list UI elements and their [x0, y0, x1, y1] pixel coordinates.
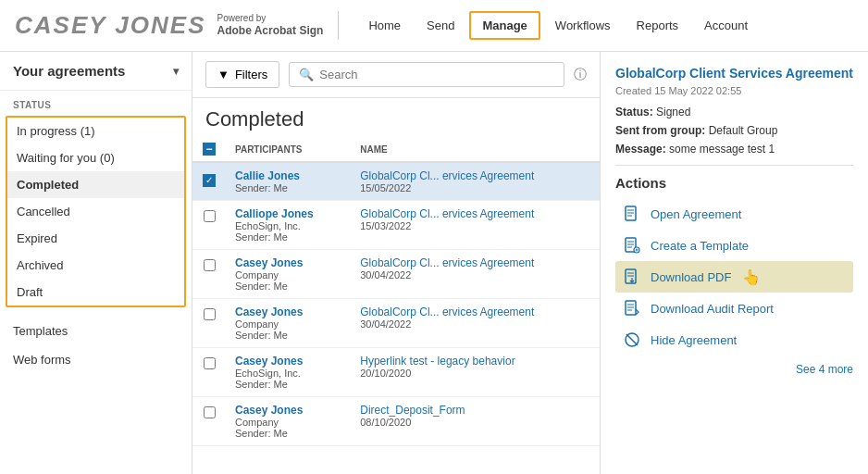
- filter-button[interactable]: ▼ Filters: [205, 61, 279, 88]
- row-participant: Callie JonesSender: Me: [226, 162, 351, 201]
- row-checkbox[interactable]: [204, 259, 216, 271]
- agreement-name[interactable]: GlobalCorp Cl... ervices Agreement: [360, 256, 590, 269]
- powered-by: Powered by Adobe Acrobat Sign: [217, 12, 323, 39]
- sidebar-item-expired[interactable]: Expired: [7, 225, 184, 252]
- row-participant: Calliope JonesEchoSign, Inc.Sender: Me: [226, 201, 351, 250]
- action-download-audit[interactable]: Download Audit Report: [615, 293, 853, 324]
- participant-name: Calliope Jones: [235, 207, 341, 220]
- table-row[interactable]: Casey JonesCompanySender: MeGlobalCorp C…: [192, 250, 600, 299]
- row-checkbox-cell: [192, 299, 226, 348]
- row-checkbox-cell: [192, 348, 226, 397]
- sidebar-section-header: Your agreements: [13, 63, 125, 79]
- nav-send[interactable]: Send: [415, 13, 465, 38]
- row-checkbox[interactable]: [204, 357, 216, 369]
- status-section-label: STATUS: [0, 91, 192, 114]
- nav-workflows[interactable]: Workflows: [544, 13, 622, 38]
- action-hide-agreement[interactable]: Hide Agreement: [615, 324, 853, 356]
- select-all-checkbox[interactable]: −: [203, 143, 216, 156]
- panel-divider: [615, 165, 853, 166]
- agreement-name[interactable]: Hyperlink test - legacy behavior: [360, 355, 590, 368]
- participant-sub: Company: [235, 417, 341, 428]
- action-download-pdf[interactable]: Download PDF 👆: [615, 261, 853, 293]
- logo: CASEY JONES: [15, 11, 205, 40]
- create-template-icon: [623, 236, 641, 255]
- logo-area: CASEY JONES Powered by Adobe Acrobat Sig…: [15, 11, 339, 40]
- panel-status: Status: Signed: [615, 106, 853, 118]
- row-participant: Casey JonesCompanySender: Me: [226, 250, 351, 299]
- participant-name: Casey Jones: [235, 306, 341, 318]
- main-layout: Your agreements ▾ STATUS In progress (1)…: [0, 52, 868, 474]
- action-hide-agreement-label: Hide Agreement: [651, 333, 737, 347]
- row-participant: Casey JonesEchoSign, Inc.Sender: Me: [226, 348, 351, 397]
- row-checkbox-cell: ✓: [192, 162, 226, 201]
- panel-message: Message: some message test 1: [615, 143, 853, 156]
- participant-name: Casey Jones: [235, 355, 341, 368]
- sidebar-item-templates[interactable]: Templates: [0, 317, 192, 345]
- agreements-table: − Participants Name ✓Callie JonesSender:…: [192, 137, 600, 446]
- table-row[interactable]: ✓Callie JonesSender: MeGlobalCorp Cl... …: [192, 162, 600, 201]
- agreements-table-area: − Participants Name ✓Callie JonesSender:…: [192, 137, 600, 474]
- agreement-name[interactable]: GlobalCorp Cl... ervices Agreement: [360, 207, 590, 220]
- action-open-agreement[interactable]: Open Agreement: [615, 198, 853, 230]
- agreement-name[interactable]: GlobalCorp Cl... ervices Agreement: [360, 169, 590, 182]
- row-agreement: GlobalCorp Cl... ervices Agreement30/04/…: [351, 299, 600, 348]
- col-participants: Participants: [226, 137, 351, 162]
- sidebar-item-draft[interactable]: Draft: [7, 279, 184, 306]
- nav-account[interactable]: Account: [693, 13, 759, 38]
- sidebar-item-archived[interactable]: Archived: [7, 252, 184, 279]
- row-agreement: Direct_Deposit_Form08/10/2020: [351, 397, 600, 446]
- row-agreement: GlobalCorp Cl... ervices Agreement15/03/…: [351, 201, 600, 250]
- participant-sub: Sender: Me: [235, 379, 341, 390]
- content-toolbar: ▼ Filters 🔍 ⓘ: [192, 52, 600, 98]
- panel-sent-from: Sent from group: Default Group: [615, 124, 853, 137]
- participant-sub: EchoSign, Inc.: [235, 368, 341, 379]
- agreement-date: 20/10/2020: [360, 368, 590, 379]
- see-more-link[interactable]: See 4 more: [615, 356, 853, 380]
- agreement-name[interactable]: GlobalCorp Cl... ervices Agreement: [360, 306, 590, 318]
- panel-title: GlobalCorp Client Services Agreement: [615, 65, 853, 81]
- row-checkbox[interactable]: ✓: [203, 174, 216, 187]
- participant-sub: Sender: Me: [235, 330, 341, 341]
- download-pdf-icon: [623, 268, 641, 286]
- row-agreement: Hyperlink test - legacy behavior20/10/20…: [351, 348, 600, 397]
- row-checkbox-cell: [192, 250, 226, 299]
- row-participant: Casey JonesCompanySender: Me: [226, 299, 351, 348]
- row-agreement: GlobalCorp Cl... ervices Agreement30/04/…: [351, 250, 600, 299]
- actions-title: Actions: [615, 175, 853, 191]
- sidebar-item-cancelled[interactable]: Cancelled: [7, 198, 184, 225]
- agreement-date: 30/04/2022: [360, 318, 590, 330]
- chevron-down-icon: ▾: [173, 65, 179, 78]
- sidebar-item-web-forms[interactable]: Web forms: [0, 345, 192, 374]
- search-input[interactable]: [319, 68, 554, 81]
- search-box: 🔍: [289, 62, 564, 87]
- info-icon[interactable]: ⓘ: [574, 67, 587, 83]
- nav-home[interactable]: Home: [357, 13, 412, 38]
- table-row[interactable]: Casey JonesEchoSign, Inc.Sender: MeHyper…: [192, 348, 600, 397]
- row-checkbox[interactable]: [204, 210, 216, 222]
- search-icon: 🔍: [299, 68, 314, 81]
- action-create-template[interactable]: Create a Template: [615, 230, 853, 261]
- table-row[interactable]: Calliope JonesEchoSign, Inc.Sender: MeGl…: [192, 201, 600, 250]
- nav-reports[interactable]: Reports: [626, 13, 690, 38]
- action-download-audit-label: Download Audit Report: [651, 302, 774, 316]
- agreement-name[interactable]: Direct_Deposit_Form: [360, 404, 590, 417]
- svg-line-19: [626, 334, 638, 345]
- sidebar-item-in-progress[interactable]: In progress (1): [7, 118, 184, 144]
- participant-sub: Sender: Me: [235, 428, 341, 439]
- table-row[interactable]: Casey JonesCompanySender: MeDirect_Depos…: [192, 397, 600, 446]
- participant-name: Casey Jones: [235, 404, 341, 417]
- table-row[interactable]: Casey JonesCompanySender: MeGlobalCorp C…: [192, 299, 600, 348]
- status-group: In progress (1) Waiting for you (0) Comp…: [6, 116, 186, 307]
- action-download-pdf-label: Download PDF: [651, 270, 731, 284]
- right-panel: GlobalCorp Client Services Agreement Cre…: [600, 52, 868, 474]
- row-checkbox[interactable]: [204, 406, 216, 418]
- content-area: ▼ Filters 🔍 ⓘ Completed − Participants N: [192, 52, 600, 474]
- download-audit-icon: [623, 299, 641, 318]
- sent-from-value: Default Group: [709, 124, 778, 137]
- sidebar-item-waiting-for-you[interactable]: Waiting for you (0): [7, 144, 184, 171]
- nav-manage[interactable]: Manage: [469, 11, 539, 40]
- panel-created: Created 15 May 2022 02:55: [615, 85, 853, 96]
- sidebar-item-completed[interactable]: Completed: [7, 171, 184, 198]
- sidebar-header[interactable]: Your agreements ▾: [0, 52, 192, 91]
- row-checkbox[interactable]: [204, 308, 216, 320]
